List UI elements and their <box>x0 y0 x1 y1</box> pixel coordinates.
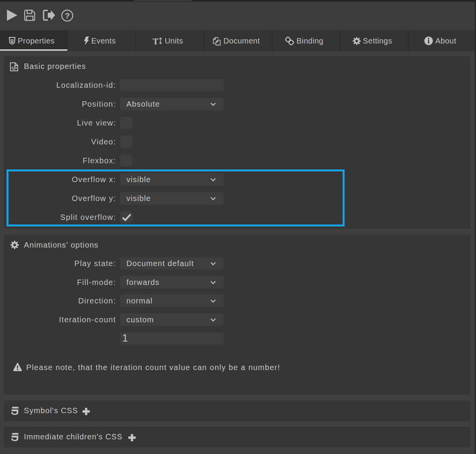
svg-text:?: ? <box>65 11 70 20</box>
svg-text:T: T <box>153 37 159 45</box>
